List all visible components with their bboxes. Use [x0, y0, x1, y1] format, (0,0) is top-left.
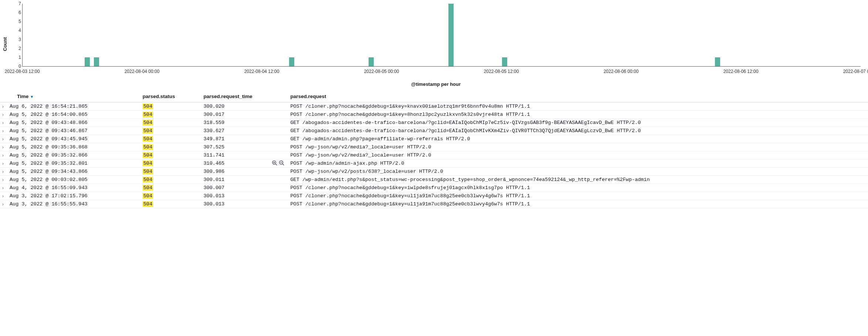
- histogram-bar[interactable]: [369, 57, 374, 66]
- expand-row-icon[interactable]: ›: [2, 120, 4, 125]
- histogram-bar[interactable]: [502, 57, 507, 66]
- cell-status: 504: [140, 127, 201, 135]
- cell-request-time: 300.013: [201, 192, 288, 200]
- sort-desc-icon: ▼: [30, 95, 34, 99]
- x-axis-label: @timestamp per hour: [11, 80, 861, 91]
- cell-request-time: 300.017: [201, 111, 288, 119]
- expand-row-icon[interactable]: ›: [2, 161, 4, 166]
- x-tick: 2022-08-03 12:00: [5, 69, 40, 74]
- cell-time: Aug 5, 2022 @ 00:03:02.805: [7, 176, 140, 184]
- cell-time: Aug 3, 2022 @ 17:02:15.796: [7, 192, 140, 200]
- table-row[interactable]: ›Aug 3, 2022 @ 16:55:55.943504300.013POS…: [0, 200, 868, 208]
- expand-row-icon[interactable]: ›: [2, 153, 4, 158]
- cell-request: GET /abogados-accidentes-de-trafico-barc…: [288, 127, 868, 135]
- expand-row-icon[interactable]: ›: [2, 137, 4, 142]
- cell-time: Aug 3, 2022 @ 16:55:55.943: [7, 200, 140, 208]
- x-tick: 2022-08-06 00:00: [604, 69, 639, 74]
- filter-in-icon[interactable]: [272, 160, 277, 167]
- cell-status: 504: [140, 135, 201, 143]
- cell-time: Aug 5, 2022 @ 16:54:00.865: [7, 111, 140, 119]
- cell-request: GET /wp-admin/admin.php?page=affiliate-w…: [288, 135, 868, 143]
- cell-request: GET /wp-admin/edit.php?s&post_status=wc-…: [288, 176, 868, 184]
- x-tick: 2022-08-04 12:00: [244, 69, 279, 74]
- cell-time: Aug 4, 2022 @ 16:55:09.943: [7, 184, 140, 192]
- cell-status: 504: [140, 184, 201, 192]
- col-time[interactable]: Time▼: [7, 91, 140, 103]
- x-tick: 2022-08-06 12:00: [723, 69, 759, 74]
- histogram-bar[interactable]: [289, 57, 294, 66]
- expand-row-icon[interactable]: ›: [2, 177, 4, 182]
- cell-status: 504: [140, 119, 201, 127]
- cell-request-time: 300.011: [201, 176, 288, 184]
- table-row[interactable]: ›Aug 4, 2022 @ 16:55:09.943504300.007POS…: [0, 184, 868, 192]
- cell-request-time: 300.986: [201, 168, 288, 176]
- table-row[interactable]: ›Aug 5, 2022 @ 09:34:43.866504300.986POS…: [0, 168, 868, 176]
- expand-row-icon[interactable]: ›: [2, 112, 4, 117]
- cell-status: 504: [140, 200, 201, 208]
- cell-request-time: 300.007: [201, 184, 288, 192]
- cell-status: 504: [140, 103, 201, 111]
- histogram-bar[interactable]: [85, 57, 90, 66]
- y-tick: 1: [18, 55, 21, 60]
- col-status[interactable]: parsed.status: [140, 91, 201, 103]
- y-tick: 0: [18, 64, 21, 69]
- table-row[interactable]: ›Aug 5, 2022 @ 09:43:45.945504349.871GET…: [0, 135, 868, 143]
- cell-request-time: 300.020: [201, 103, 288, 111]
- cell-time: Aug 6, 2022 @ 16:54:21.865: [7, 103, 140, 111]
- cell-status: 504: [140, 143, 201, 151]
- y-tick: 7: [18, 1, 21, 6]
- filter-out-icon[interactable]: [279, 160, 284, 167]
- table-row[interactable]: ›Aug 6, 2022 @ 16:54:21.865504300.020POS…: [0, 103, 868, 111]
- x-tick: 2022-08-07 00:00: [843, 69, 868, 74]
- col-request-time[interactable]: parsed.request_time: [201, 91, 288, 103]
- expand-row-icon[interactable]: ›: [2, 194, 4, 199]
- cell-request-time: 349.871: [201, 135, 288, 143]
- chart-plot-area[interactable]: 01234567: [22, 4, 861, 67]
- expand-row-icon[interactable]: ›: [2, 128, 4, 134]
- table-row[interactable]: ›Aug 5, 2022 @ 09:35:32.866504311.741POS…: [0, 151, 868, 159]
- table-row[interactable]: ›Aug 5, 2022 @ 09:35:32.801504310.465POS…: [0, 159, 868, 168]
- histogram-bar[interactable]: [715, 57, 720, 66]
- y-tick: 5: [18, 19, 21, 24]
- table-row[interactable]: ›Aug 5, 2022 @ 16:54:00.865504300.017POS…: [0, 111, 868, 119]
- expand-row-icon[interactable]: ›: [2, 202, 4, 207]
- cell-time: Aug 5, 2022 @ 09:43:45.945: [7, 135, 140, 143]
- cell-status: 504: [140, 176, 201, 184]
- expand-row-icon[interactable]: ›: [2, 185, 4, 191]
- cell-status: 504: [140, 159, 201, 168]
- table-row[interactable]: ›Aug 5, 2022 @ 09:35:36.868504307.525POS…: [0, 143, 868, 151]
- cell-status: 504: [140, 151, 201, 159]
- table-row[interactable]: ›Aug 3, 2022 @ 17:02:15.796504300.013POS…: [0, 192, 868, 200]
- cell-request: POST /cloner.php?nocache&gddebug=1&key=8…: [288, 111, 868, 119]
- cell-request: POST /cloner.php?nocache&gddebug=1&key=u…: [288, 200, 868, 208]
- cell-request: POST /wp-json/wp/v2/posts/638?_locale=us…: [288, 168, 868, 176]
- cell-request-time: 311.741: [201, 151, 288, 159]
- expand-row-icon[interactable]: ›: [2, 169, 4, 174]
- cell-status: 504: [140, 168, 201, 176]
- histogram-bar[interactable]: [448, 4, 454, 66]
- y-tick: 2: [18, 46, 21, 51]
- y-tick: 3: [18, 37, 21, 42]
- table-row[interactable]: ›Aug 5, 2022 @ 09:43:48.866504318.559GET…: [0, 119, 868, 127]
- svg-line-1: [276, 164, 277, 165]
- y-tick: 6: [18, 10, 21, 15]
- expand-row-icon[interactable]: ›: [2, 145, 4, 150]
- cell-request: POST /wp-json/wp/v2/media?_locale=user H…: [288, 143, 868, 151]
- table-row[interactable]: ›Aug 5, 2022 @ 00:03:02.805504300.011GET…: [0, 176, 868, 184]
- col-request[interactable]: parsed.request: [288, 91, 868, 103]
- cell-request-time: 307.525: [201, 143, 288, 151]
- cell-request: POST /wp-admin/admin-ajax.php HTTP/2.0: [288, 159, 868, 168]
- expand-row-icon[interactable]: ›: [2, 104, 4, 109]
- cell-request-time: 318.559: [201, 119, 288, 127]
- y-axis-label: Count: [2, 37, 8, 51]
- x-tick: 2022-08-05 00:00: [364, 69, 399, 74]
- cell-time: Aug 5, 2022 @ 09:35:32.866: [7, 151, 140, 159]
- cell-status: 504: [140, 111, 201, 119]
- y-tick: 4: [18, 28, 21, 33]
- histogram-bar[interactable]: [94, 57, 99, 66]
- histogram-chart: Count 01234567 2022-08-03 12:002022-08-0…: [0, 0, 868, 91]
- table-row[interactable]: ›Aug 5, 2022 @ 09:43:46.867504330.627GET…: [0, 127, 868, 135]
- x-tick: 2022-08-05 12:00: [484, 69, 519, 74]
- results-table: Time▼ parsed.status parsed.request_time …: [0, 91, 868, 208]
- cell-request: GET /abogados-accidentes-de-trafico-barc…: [288, 119, 868, 127]
